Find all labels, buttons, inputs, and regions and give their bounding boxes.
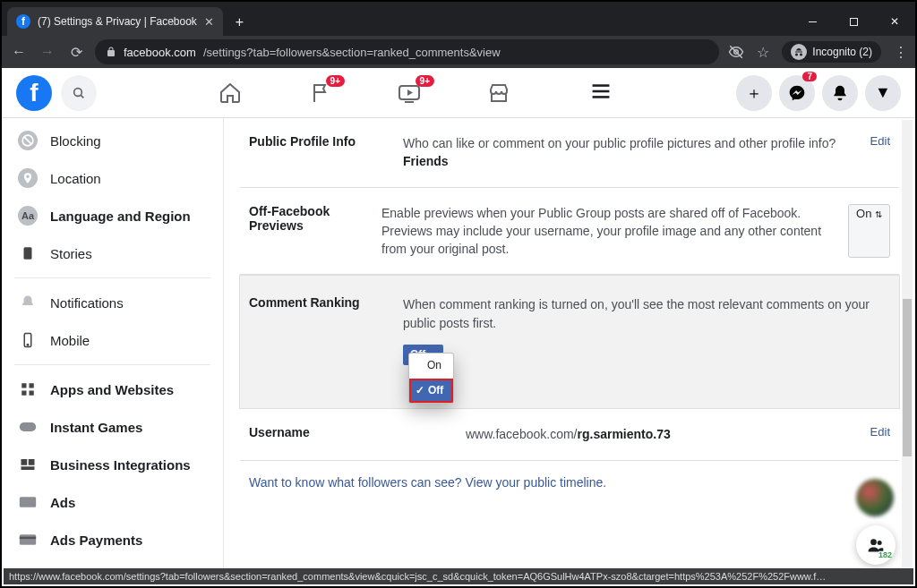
address-bar[interactable]: facebook.com/settings?tab=followers&sect…	[95, 39, 719, 64]
create-button[interactable]: ＋	[736, 75, 772, 111]
svg-line-12	[24, 137, 31, 144]
facebook-logo-icon[interactable]: f	[16, 75, 52, 111]
people-widget[interactable]: 182	[856, 525, 896, 565]
setting-label: Off-Facebook Previews	[249, 204, 365, 259]
previews-toggle-button[interactable]: On ⇅	[848, 204, 890, 259]
sidebar-label: Language and Region	[50, 209, 191, 224]
svg-rect-21	[21, 459, 28, 465]
bell-icon	[18, 293, 38, 312]
sidebar-item-language[interactable]: AaLanguage and Region	[2, 197, 223, 234]
settings-main: Public Profile Info Who can like or comm…	[224, 118, 915, 570]
content-area: Blocking Location AaLanguage and Region …	[2, 118, 915, 570]
pages-icon[interactable]: 9+	[307, 81, 332, 106]
edit-link[interactable]: Edit	[870, 134, 890, 171]
chat-avatar[interactable]	[856, 479, 894, 516]
svg-rect-1	[850, 18, 857, 25]
maximize-button[interactable]	[833, 7, 874, 36]
incognito-icon	[791, 44, 807, 60]
sidebar-item-location[interactable]: Location	[2, 159, 223, 197]
pages-badge: 9+	[326, 75, 345, 87]
sidebar-label: Instant Games	[50, 420, 142, 435]
marketplace-icon[interactable]	[486, 81, 511, 106]
bookmark-star-icon[interactable]: ☆	[757, 44, 769, 61]
sort-icon: ⇅	[875, 209, 882, 219]
watch-icon[interactable]: 9+	[397, 81, 422, 106]
sidebar-item-ads-payments[interactable]: Ads Payments	[2, 521, 223, 558]
messenger-button[interactable]: 7	[779, 75, 815, 111]
messenger-badge: 7	[802, 72, 817, 81]
sidebar-label: Stories	[50, 246, 92, 261]
url-host: facebook.com	[124, 46, 196, 59]
setting-description: Who can like or comment on your public p…	[403, 134, 854, 171]
gamepad-icon	[18, 417, 38, 437]
reload-button[interactable]: ⟳	[66, 44, 86, 61]
sidebar-label: Location	[50, 171, 101, 186]
svg-line-5	[81, 95, 83, 98]
incognito-indicator[interactable]: Incognito (2)	[782, 41, 881, 63]
menu-icon[interactable]	[590, 81, 615, 106]
close-window-button[interactable]: ✕	[874, 7, 915, 36]
notifications-button[interactable]	[822, 75, 858, 111]
home-icon[interactable]	[218, 81, 243, 106]
option-off[interactable]: ✓ Off	[409, 379, 453, 403]
right-nav: ＋ 7 ▼	[736, 75, 901, 111]
status-bar: https://www.facebook.com/settings?tab=fo…	[4, 568, 913, 584]
back-button[interactable]: ←	[9, 44, 29, 60]
comment-ranking-menu: On ✓ Off	[408, 353, 454, 404]
setting-row-profile-info[interactable]: Public Profile Info Who can like or comm…	[240, 118, 899, 188]
svg-rect-10	[593, 96, 610, 98]
search-button[interactable]	[61, 75, 97, 111]
svg-rect-23	[21, 466, 35, 470]
language-icon: Aa	[18, 206, 38, 226]
status-url: https://www.facebook.com/settings?tab=fo…	[9, 571, 826, 582]
svg-rect-22	[29, 459, 35, 465]
sidebar-label: Business Integrations	[50, 457, 191, 473]
forward-button[interactable]: →	[38, 44, 57, 60]
payment-icon	[18, 530, 38, 550]
option-on[interactable]: On	[409, 354, 453, 378]
settings-sidebar: Blocking Location AaLanguage and Region …	[2, 118, 224, 570]
sidebar-item-stories[interactable]: Stories	[2, 234, 223, 272]
blocked-icon	[18, 131, 38, 150]
sidebar-label: Mobile	[50, 333, 90, 348]
svg-rect-19	[30, 391, 34, 396]
edit-link[interactable]: Edit	[870, 425, 890, 443]
setting-row-username[interactable]: Username www.facebook.com/rg.sarmiento.7…	[240, 409, 899, 460]
facebook-favicon-icon: f	[16, 14, 30, 29]
new-tab-button[interactable]: +	[223, 14, 256, 30]
setting-description: Enable previews when your Public Group p…	[381, 204, 832, 259]
browser-toolbar: ← → ⟳ facebook.com/settings?tab=follower…	[2, 36, 915, 68]
setting-label: Public Profile Info	[249, 134, 387, 171]
facebook-header: f 9+ 9+ ＋ 7 ▼	[2, 68, 915, 118]
setting-row-off-fb-previews[interactable]: Off-Facebook Previews Enable previews wh…	[240, 188, 899, 276]
svg-point-15	[27, 345, 29, 346]
public-timeline-link[interactable]: Want to know what followers can see? Vie…	[240, 461, 899, 504]
sidebar-item-apps[interactable]: Apps and Websites	[2, 371, 223, 408]
minimize-button[interactable]	[792, 7, 833, 36]
scrollbar-thumb[interactable]	[903, 299, 912, 456]
eye-off-icon[interactable]	[728, 44, 744, 60]
close-tab-icon[interactable]: ✕	[204, 15, 214, 29]
account-dropdown-button[interactable]: ▼	[865, 75, 901, 111]
svg-point-27	[870, 539, 877, 545]
svg-point-4	[74, 88, 82, 96]
sidebar-item-ads[interactable]: Ads	[2, 483, 223, 521]
tab-title: (7) Settings & Privacy | Facebook	[38, 15, 197, 28]
browser-menu-icon[interactable]: ⋮	[894, 44, 908, 61]
business-icon	[18, 455, 38, 474]
browser-tab[interactable]: f (7) Settings & Privacy | Facebook ✕	[7, 7, 223, 36]
sidebar-item-games[interactable]: Instant Games	[2, 408, 223, 446]
apps-icon	[18, 379, 38, 399]
vertical-scrollbar[interactable]	[902, 120, 913, 568]
sidebar-label: Blocking	[50, 133, 101, 149]
ads-icon	[18, 492, 38, 512]
center-nav: 9+ 9+	[106, 81, 727, 106]
incognito-label: Incognito (2)	[812, 46, 872, 58]
setting-label: Username	[249, 425, 387, 443]
sidebar-item-notifications[interactable]: Notifications	[2, 284, 223, 321]
sidebar-item-business[interactable]: Business Integrations	[2, 446, 223, 483]
browser-titlebar: f (7) Settings & Privacy | Facebook ✕ + …	[2, 2, 915, 36]
sidebar-item-blocking[interactable]: Blocking	[2, 122, 223, 159]
setting-row-comment-ranking: Comment Ranking When comment ranking is …	[239, 275, 900, 409]
sidebar-item-mobile[interactable]: Mobile	[2, 321, 223, 359]
